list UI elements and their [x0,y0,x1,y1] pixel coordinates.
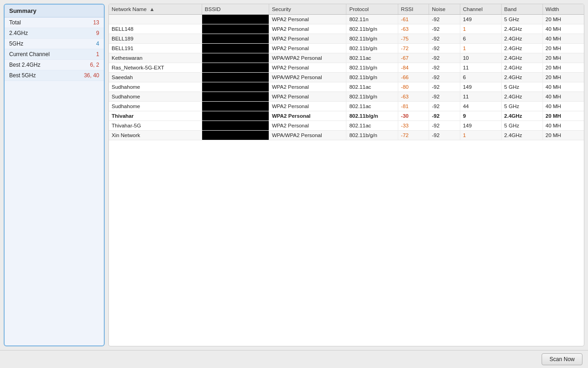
cell-rssi: -72 [398,44,429,53]
sort-arrow-icon: ▲ [148,6,155,12]
sidebar-row: Best 2.4GHz 6, 2 [5,60,104,70]
cell-protocol: 802.11n [346,15,398,24]
sidebar-row-value: 9 [96,30,99,36]
cell-security: WPA2 Personal [269,34,346,44]
scan-now-button[interactable]: Scan Now [542,353,582,365]
sidebar-row-label: Total [9,19,21,26]
cell-bssid [202,82,269,92]
table-row[interactable]: Thivahar WPA2 Personal802.11b/g/n-30-929… [109,111,584,121]
col-header-channel[interactable]: Channel [460,4,501,15]
cell-name: Sudhahome [109,92,202,102]
cell-band: 2.4GHz [501,24,543,34]
cell-rssi: -81 [398,102,429,111]
sidebar-row: Best 5GHz 36, 40 [5,70,104,81]
col-header-proto[interactable]: Protocol [346,4,398,15]
cell-name: Ras_Network-5G-EXT [109,63,202,73]
cell-band: 5 GHz [501,102,543,111]
sidebar-row-label: Current Channel [9,51,50,58]
cell-bssid [202,34,269,44]
cell-security: WPA/WPA2 Personal [269,73,346,82]
cell-width: 20 MH [543,63,584,73]
cell-noise: -92 [429,102,460,111]
table-row[interactable]: Saeedah WPA/WPA2 Personal802.11b/g/n-66-… [109,73,584,82]
cell-bssid [202,53,269,63]
cell-name: BELL189 [109,34,202,44]
table-row[interactable]: Sudhahome WPA2 Personal802.11b/g/n-63-92… [109,92,584,102]
cell-channel: 11 [460,63,501,73]
col-header-name[interactable]: Network Name ▲ [109,4,202,15]
cell-security: WPA2 Personal [269,44,346,53]
bottom-bar: Scan Now [0,350,588,368]
table-row[interactable]: BELL191 WPA2 Personal802.11b/g/n-72-9212… [109,44,584,53]
cell-rssi: -84 [398,63,429,73]
cell-bssid [202,131,269,140]
cell-noise: -92 [429,131,460,140]
cell-rssi: -75 [398,34,429,44]
cell-name: Ketheswaran [109,53,202,63]
cell-channel: 1 [460,24,501,34]
cell-name: Xin Network [109,131,202,140]
cell-width: 20 MH [543,73,584,82]
cell-channel: 9 [460,111,501,121]
cell-rssi: -61 [398,15,429,24]
cell-security: WPA2 Personal [269,102,346,111]
cell-rssi: -66 [398,73,429,82]
table-row[interactable]: Sudhahome WPA2 Personal802.11ac-81-92445… [109,102,584,111]
table-row[interactable]: BELL189 WPA2 Personal802.11b/g/n-75-9262… [109,34,584,44]
cell-name: BELL191 [109,44,202,53]
cell-security: WPA2 Personal [269,24,346,34]
table-row[interactable]: WPA2 Personal802.11n-61-921495 GHz20 MH [109,15,584,24]
col-header-sec[interactable]: Security [269,4,346,15]
cell-security: WPA2 Personal [269,92,346,102]
cell-width: 20 MH [543,131,584,140]
sidebar-row-label: 2.4GHz [9,30,28,36]
sidebar-row-label: Best 5GHz [9,72,36,79]
cell-name: Thivahar [109,111,202,121]
col-header-bssid[interactable]: BSSID [202,4,269,15]
cell-security: WPA2 Personal [269,82,346,92]
cell-protocol: 802.11b/g/n [346,44,398,53]
cell-width: 40 MH [543,34,584,44]
table-row[interactable]: Sudhahome WPA2 Personal802.11ac-80-92149… [109,82,584,92]
cell-noise: -92 [429,53,460,63]
cell-name [109,15,202,24]
cell-width: 40 MH [543,102,584,111]
cell-channel: 149 [460,121,501,131]
table-row[interactable]: Xin Network WPA/WPA2 Personal802.11b/g/n… [109,131,584,140]
cell-rssi: -80 [398,82,429,92]
cell-protocol: 802.11b/g/n [346,63,398,73]
summary-title: Summary [5,5,104,17]
cell-channel: 44 [460,102,501,111]
cell-channel: 149 [460,82,501,92]
cell-rssi: -67 [398,53,429,63]
cell-protocol: 802.11ac [346,121,398,131]
cell-name: Sudhahome [109,82,202,92]
cell-width: 40 MH [543,92,584,102]
cell-protocol: 802.11b/g/n [346,34,398,44]
cell-protocol: 802.11ac [346,102,398,111]
cell-noise: -92 [429,82,460,92]
cell-width: 40 MH [543,82,584,92]
col-header-noise[interactable]: Noise [429,4,460,15]
cell-band: 2.4GHz [501,63,543,73]
cell-name: Thivahar-5G [109,121,202,131]
col-header-width[interactable]: Width [543,4,584,15]
cell-channel: 1 [460,131,501,140]
cell-protocol: 802.11b/g/n [346,92,398,102]
cell-bssid [202,73,269,82]
table-row[interactable]: BELL148 WPA2 Personal802.11b/g/n-63-9212… [109,24,584,34]
cell-protocol: 802.11ac [346,82,398,92]
cell-width: 20 MH [543,111,584,121]
cell-rssi: -63 [398,24,429,34]
cell-channel: 6 [460,73,501,82]
col-header-band[interactable]: Band [501,4,543,15]
table-row[interactable]: Ketheswaran WPA/WPA2 Personal802.11ac-67… [109,53,584,63]
cell-security: WPA2 Personal [269,111,346,121]
cell-security: WPA/WPA2 Personal [269,53,346,63]
col-header-rssi[interactable]: RSSI [398,4,429,15]
sidebar-row: 2.4GHz 9 [5,28,104,39]
network-table: Network Name ▲BSSIDSecurityProtocolRSSIN… [109,4,584,140]
cell-noise: -92 [429,24,460,34]
table-row[interactable]: Thivahar-5G WPA2 Personal802.11ac-33-921… [109,121,584,131]
table-row[interactable]: Ras_Network-5G-EXT WPA2 Personal802.11b/… [109,63,584,73]
